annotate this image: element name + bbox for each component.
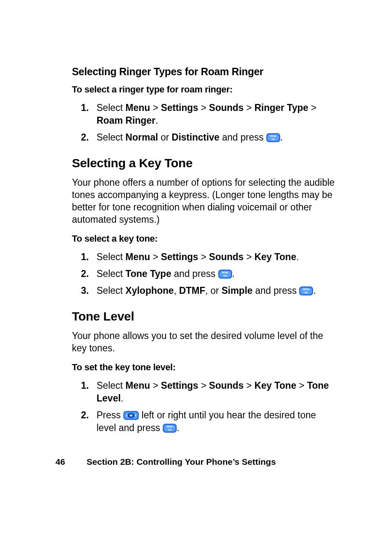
distinctive-label: Distinctive	[172, 132, 219, 143]
settings-label: Settings	[161, 102, 198, 113]
menu-ok-button-icon: MENUOK	[163, 424, 177, 433]
paragraph-key-tone: Your phone offers a number of options fo…	[72, 177, 337, 226]
text: Select	[97, 268, 125, 279]
step-1: 1. Select Menu > Settings > Sounds > Key…	[97, 251, 337, 263]
menu-ok-button-icon: MENUOK	[299, 286, 313, 295]
sep: >	[198, 102, 209, 113]
text: Press	[97, 410, 123, 420]
period: .	[121, 393, 123, 404]
sep: >	[244, 102, 254, 113]
text: and press	[253, 285, 300, 296]
heading-key-tone: Selecting a Key Tone	[72, 156, 337, 170]
step-number: 1.	[81, 379, 89, 392]
svg-text:OK: OK	[168, 429, 172, 431]
text: and press	[219, 132, 266, 143]
sep: >	[296, 380, 307, 391]
svg-text:MENU: MENU	[166, 425, 173, 428]
text: Select	[97, 251, 125, 262]
page-number: 46	[55, 457, 84, 467]
menu-label: Menu	[125, 251, 150, 262]
document-page: Selecting Ringer Types for Roam Ringer T…	[0, 0, 392, 549]
heading-tone-level: Tone Level	[72, 309, 337, 323]
xylophone-label: Xylophone	[125, 285, 174, 296]
step-number: 2.	[81, 131, 89, 144]
step-number: 1.	[81, 101, 89, 114]
simple-label: Simple	[221, 285, 252, 296]
sep: >	[198, 380, 209, 391]
step-3: 3. Select Xylophone, DTMF, or Simple and…	[97, 284, 337, 297]
tone-type-label: Tone Type	[125, 268, 171, 279]
page-footer: 46 Section 2B: Controlling Your Phone’s …	[55, 457, 276, 467]
section-label: Section 2B: Controlling Your Phone’s Set…	[87, 457, 276, 466]
svg-text:MENU: MENU	[222, 271, 228, 274]
step-1: 1. Select Menu > Settings > Sounds > Rin…	[97, 101, 337, 127]
paragraph-tone-level: Your phone allows you to set the desired…	[72, 330, 337, 355]
steps-roam-ringer: 1. Select Menu > Settings > Sounds > Rin…	[72, 101, 337, 144]
period: .	[280, 132, 283, 143]
key-tone-label: Key Tone	[254, 380, 296, 391]
text: Select	[97, 102, 125, 113]
sep: >	[308, 102, 316, 113]
steps-key-tone: 1. Select Menu > Settings > Sounds > Key…	[72, 251, 337, 297]
ringer-type-label: Ringer Type	[254, 102, 308, 113]
period: .	[155, 115, 158, 126]
step-2: 2. Select Normal or Distinctive and pres…	[97, 131, 337, 144]
svg-point-15	[129, 414, 133, 417]
svg-text:OK: OK	[223, 274, 227, 277]
step-number: 2.	[81, 409, 89, 422]
menu-ok-button-icon: MENUOK	[218, 270, 232, 279]
step-2: 2. Select Tone Type and press MENUOK.	[97, 268, 337, 280]
period: .	[232, 268, 235, 279]
steps-tone-level: 1. Select Menu > Settings > Sounds > Key…	[72, 379, 337, 434]
intro-tone-level: To set the key tone level:	[72, 362, 337, 373]
sounds-label: Sounds	[209, 380, 244, 391]
step-number: 1.	[81, 251, 89, 263]
intro-key-tone: To select a key tone:	[72, 233, 337, 244]
text: , or	[205, 285, 222, 296]
sounds-label: Sounds	[209, 102, 244, 113]
step-number: 2.	[81, 268, 89, 280]
text: and press	[171, 268, 218, 279]
sep: >	[198, 251, 209, 262]
step-number: 3.	[81, 284, 89, 297]
step-1: 1. Select Menu > Settings > Sounds > Key…	[97, 379, 337, 405]
roam-ringer-label: Roam Ringer	[97, 115, 155, 126]
settings-label: Settings	[161, 380, 198, 391]
key-tone-label: Key Tone	[254, 251, 296, 262]
svg-text:OK: OK	[271, 138, 275, 141]
menu-ok-button-icon: MENUOK	[266, 133, 280, 142]
normal-label: Normal	[125, 132, 158, 143]
text: Select	[97, 132, 125, 143]
menu-label: Menu	[125, 102, 150, 113]
sep: >	[244, 380, 254, 391]
text: ,	[174, 285, 179, 296]
heading-roam-ringer: Selecting Ringer Types for Roam Ringer	[72, 66, 337, 78]
dtmf-label: DTMF	[179, 285, 205, 296]
svg-text:MENU: MENU	[270, 135, 277, 137]
period: .	[177, 422, 179, 433]
sep: >	[150, 380, 161, 391]
svg-text:OK: OK	[304, 291, 309, 294]
period: .	[296, 251, 299, 262]
intro-roam-ringer: To select a ringer type for roam ringer:	[72, 84, 337, 95]
period: .	[313, 285, 316, 296]
settings-label: Settings	[161, 251, 198, 262]
navigation-pad-icon	[123, 411, 139, 420]
step-2: 2. Press left or right until you hear th…	[97, 409, 337, 434]
text: Select	[97, 285, 125, 296]
sep: >	[244, 251, 254, 262]
svg-text:MENU: MENU	[303, 288, 309, 291]
sounds-label: Sounds	[209, 251, 244, 262]
sep: >	[150, 102, 161, 113]
menu-label: Menu	[125, 380, 150, 391]
sep: >	[150, 251, 161, 262]
text: or	[158, 132, 172, 143]
text: Select	[97, 380, 125, 391]
